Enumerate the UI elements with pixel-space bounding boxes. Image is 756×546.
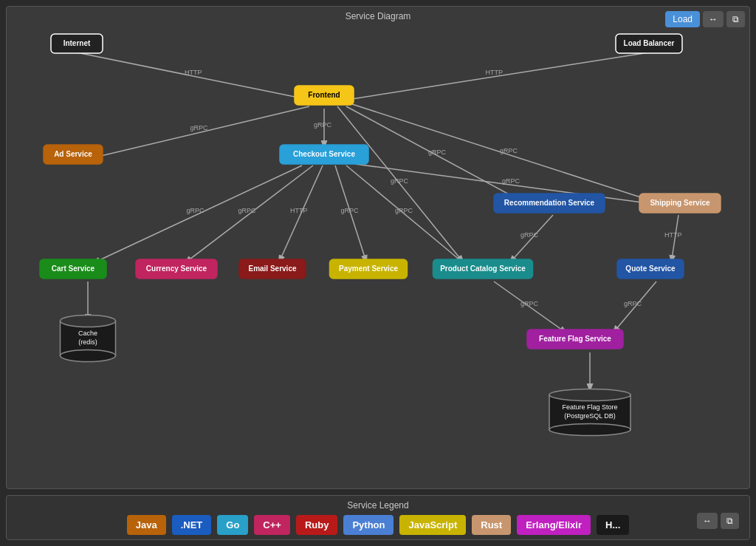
svg-text:gRPC: gRPC	[428, 149, 447, 156]
svg-text:Cache: Cache	[78, 330, 97, 337]
svg-text:HTTP: HTTP	[290, 207, 308, 214]
svg-text:Email Service: Email Service	[248, 265, 296, 273]
svg-text:Product Catalog Service: Product Catalog Service	[440, 265, 526, 273]
svg-text:gRPC: gRPC	[624, 300, 642, 307]
svg-line-19	[278, 165, 323, 264]
legend-item: JavaScript	[399, 515, 466, 535]
legend-area: Service Legend Java.NETGoC++RubyPythonJa…	[6, 495, 750, 540]
svg-text:Quote Service: Quote Service	[625, 265, 676, 273]
svg-text:gRPC: gRPC	[500, 147, 518, 154]
svg-text:HTTP: HTTP	[486, 69, 504, 76]
svg-text:gRPC: gRPC	[238, 207, 257, 214]
svg-line-3	[343, 52, 649, 100]
main-container: Service Diagram Load ↔ ⧉ HTTPHTTPgRPCgRP…	[0, 0, 756, 546]
svg-text:gRPC: gRPC	[520, 231, 539, 239]
svg-line-13	[337, 106, 464, 264]
svg-text:gRPC: gRPC	[190, 124, 209, 132]
svg-point-71	[549, 389, 630, 401]
svg-text:HTTP: HTTP	[664, 231, 682, 239]
legend-expand-button[interactable]: ↔	[697, 513, 718, 529]
legend-title: Service Legend	[14, 500, 742, 511]
svg-text:Internet: Internet	[63, 39, 91, 47]
svg-line-15	[92, 165, 302, 264]
svg-text:gRPC: gRPC	[502, 177, 520, 185]
svg-text:Recommendation Service: Recommendation Service	[504, 199, 595, 207]
svg-text:Payment Service: Payment Service	[339, 265, 398, 273]
svg-text:gRPC: gRPC	[395, 207, 413, 214]
legend-item: Python	[343, 515, 394, 535]
legend-buttons: ↔ ⧉	[697, 513, 739, 529]
legend-items: Java.NETGoC++RubyPythonJavaScriptRustErl…	[14, 515, 742, 535]
legend-copy-button[interactable]: ⧉	[721, 513, 739, 529]
svg-text:(redis): (redis)	[78, 338, 97, 346]
diagram-area: Service Diagram Load ↔ ⧉ HTTPHTTPgRPCgRP…	[6, 6, 750, 489]
svg-line-34	[612, 281, 656, 334]
svg-line-1	[77, 52, 313, 100]
legend-item: Java	[127, 515, 166, 535]
svg-text:Frontend: Frontend	[308, 91, 340, 99]
legend-item: Erlang/Elixir	[517, 515, 591, 535]
svg-line-5	[92, 106, 309, 158]
svg-line-29	[671, 215, 678, 264]
svg-line-17	[184, 165, 313, 264]
svg-text:Feature Flag Service: Feature Flag Service	[539, 335, 611, 343]
svg-line-27	[509, 215, 553, 264]
svg-text:HTTP: HTTP	[185, 69, 202, 76]
svg-text:gRPC: gRPC	[341, 207, 360, 214]
svg-text:gRPC: gRPC	[520, 300, 539, 307]
svg-line-11	[352, 104, 668, 206]
svg-point-67	[61, 350, 116, 362]
legend-item: C++	[254, 515, 290, 535]
svg-point-66	[61, 315, 116, 327]
diagram-svg: HTTPHTTPgRPCgRPCgRPCgRPCgRPCgRPCgRPCHTTP…	[7, 7, 749, 488]
svg-text:Checkout Service: Checkout Service	[293, 150, 355, 158]
svg-point-72	[549, 424, 630, 436]
svg-text:gRPC: gRPC	[391, 177, 409, 185]
svg-text:gRPC: gRPC	[187, 207, 205, 214]
svg-text:Shipping Service: Shipping Service	[650, 199, 710, 207]
svg-text:Load Balancer: Load Balancer	[624, 39, 675, 47]
legend-item: Go	[217, 515, 248, 535]
svg-text:Currency Service: Currency Service	[146, 265, 207, 273]
svg-line-32	[494, 281, 568, 334]
svg-text:Ad Service: Ad Service	[54, 150, 92, 158]
svg-text:Cart Service: Cart Service	[52, 265, 95, 273]
legend-item: .NET	[172, 515, 212, 535]
legend-item: Rust	[472, 515, 511, 535]
legend-item: H...	[597, 515, 629, 535]
svg-line-9	[346, 106, 531, 206]
svg-line-21	[335, 165, 367, 264]
svg-text:(PostgreSQL DB): (PostgreSQL DB)	[564, 412, 616, 420]
svg-text:gRPC: gRPC	[314, 121, 332, 129]
legend-item: Ruby	[296, 515, 338, 535]
svg-text:Feature Flag Store: Feature Flag Store	[562, 403, 617, 411]
